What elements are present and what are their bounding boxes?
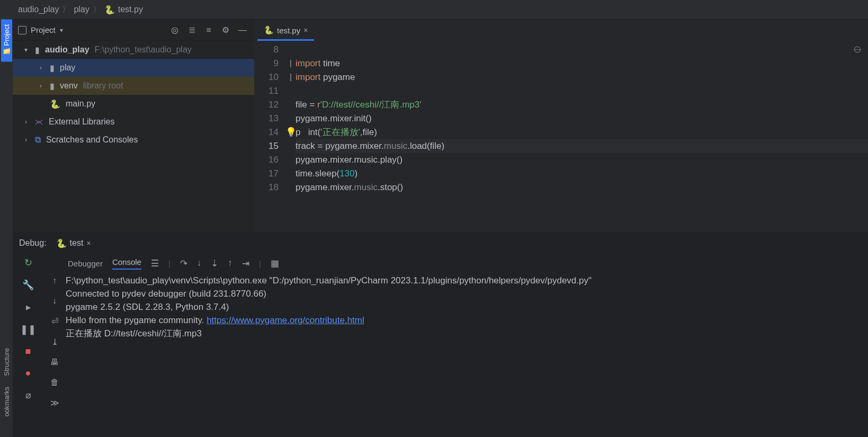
soft-wrap-icon[interactable]: ⏎	[51, 316, 58, 326]
python-file-icon: 🐍	[104, 5, 115, 15]
step-into-my-icon[interactable]: ⇣	[211, 258, 218, 269]
console-link[interactable]: https://www.pygame.org/contribute.html	[207, 315, 364, 325]
run-to-cursor-icon[interactable]: ⇥	[242, 258, 249, 269]
chevron-right-icon[interactable]: ›	[37, 64, 44, 72]
scroll-to-end-icon[interactable]: ⤓	[51, 337, 58, 347]
tree-label: Scratches and Consoles	[46, 135, 138, 145]
tree-note: library root	[83, 81, 123, 91]
fast-forward-icon[interactable]: ≫	[50, 398, 59, 408]
console-line: pygame 2.5.2 (SDL 2.28.3, Python 3.7.4)	[66, 300, 868, 314]
mute-breakpoints-icon[interactable]: ⌀	[25, 389, 31, 401]
tree-label: venv	[60, 81, 78, 91]
tree-external-libraries[interactable]: › ⩙ External Libraries	[13, 113, 254, 131]
breakpoints-icon[interactable]: ●	[25, 368, 31, 379]
project-icon	[18, 26, 26, 34]
editor-body[interactable]: ⦵ 891011121314 15161718 💡 import time im…	[254, 41, 868, 232]
project-header: Project ▾ ◎ ≣ ≡ ⚙ —	[13, 20, 254, 41]
inspections-icon[interactable]: ⦵	[853, 43, 862, 57]
project-sidebar: Project ▾ ◎ ≣ ≡ ⚙ — ▾ ▮ audio_play F:\py…	[13, 20, 254, 232]
console-line: F:\python_test\audio_play\venv\Scripts\p…	[66, 274, 868, 287]
debug-label: Debug:	[19, 238, 47, 248]
gutter[interactable]: 891011121314 15161718	[254, 41, 286, 232]
project-tool-tab[interactable]: 📁Project	[1, 19, 12, 61]
console-toolbar: ↑ ↓ ⏎ ⤓ 🖶 🗑 ≫	[43, 254, 66, 437]
tab-debugger[interactable]: Debugger	[68, 259, 103, 268]
up-icon[interactable]: ↑	[52, 276, 57, 286]
chevron-down-icon[interactable]: ▾	[60, 26, 63, 34]
debug-run-tab[interactable]: 🐍 test ×	[52, 235, 95, 252]
console-line: Connected to pydev debugger (build 231.8…	[66, 287, 868, 300]
tab-label: test.py	[277, 26, 300, 35]
libraries-icon: ⩙	[35, 117, 43, 127]
down-icon[interactable]: ↓	[52, 296, 57, 306]
chevron-right-icon: 〉	[62, 4, 70, 15]
debug-toolbar: ↻ 🔧 ▸ ❚❚ ■ ● ⌀	[13, 254, 43, 437]
debug-panel: Debug: 🐍 test × ↻ 🔧 ▸ ❚❚ ■ ● ⌀ ↑ ↓ ⏎ ⤓	[13, 232, 868, 437]
breadcrumb: audio_play 〉 play 〉 🐍 test.py	[0, 0, 868, 19]
debug-header: Debug: 🐍 test ×	[13, 233, 868, 254]
python-file-icon: 🐍	[264, 25, 274, 35]
breadcrumb-item[interactable]: play	[74, 5, 89, 14]
tree-label: audio_play	[45, 45, 90, 55]
folder-icon: ▮	[50, 63, 55, 73]
evaluate-icon[interactable]: ▦	[271, 258, 279, 269]
expand-all-icon[interactable]: ≣	[185, 24, 198, 37]
tree-label: External Libraries	[49, 117, 115, 127]
tree-folder-venv[interactable]: › ▮ venv library root	[13, 77, 254, 95]
chevron-down-icon[interactable]: ▾	[22, 46, 30, 53]
editor-tabs: 🐍 test.py ×	[254, 20, 868, 41]
bulb-icon[interactable]: 💡	[285, 126, 297, 139]
chevron-right-icon[interactable]: ›	[22, 136, 30, 144]
breadcrumb-item[interactable]: test.py	[118, 5, 143, 14]
wrench-icon[interactable]: 🔧	[22, 279, 34, 291]
python-file-icon: 🐍	[56, 238, 67, 248]
stop-icon[interactable]: ■	[25, 346, 31, 357]
step-into-icon[interactable]: ↓	[197, 258, 202, 269]
tree-path: F:\python_test\audio_play	[95, 45, 192, 55]
run-config-name: test	[70, 238, 84, 248]
step-over-icon[interactable]: ↷	[180, 258, 187, 269]
project-tree[interactable]: ▾ ▮ audio_play F:\python_test\audio_play…	[13, 41, 254, 232]
debug-tabs: Debugger Console ☰ | ↷ ↓ ⇣ ↑ ⇥ | ▦	[66, 254, 868, 273]
editor: 🐍 test.py × ⦵ 891011121314 15161718 💡	[254, 20, 868, 232]
close-icon[interactable]: ×	[303, 26, 308, 34]
tree-file-main[interactable]: 🐍 main.py	[13, 95, 254, 113]
close-icon[interactable]: ×	[86, 239, 91, 247]
console-line: 正在播放 D://test//ceshi//江南.mp3	[66, 327, 868, 340]
editor-tab-test[interactable]: 🐍 test.py ×	[257, 21, 314, 41]
threads-icon[interactable]: ☰	[151, 258, 159, 269]
resume-icon[interactable]: ▸	[26, 301, 31, 313]
console-line: Hello from the pygame community. https:/…	[66, 314, 868, 327]
tab-console[interactable]: Console	[112, 257, 141, 270]
tree-root[interactable]: ▾ ▮ audio_play F:\python_test\audio_play	[13, 41, 254, 59]
chevron-right-icon: 〉	[93, 4, 101, 15]
structure-tool-tab[interactable]: Structure	[3, 343, 11, 381]
gear-icon[interactable]: ⚙	[219, 24, 232, 37]
pause-icon[interactable]: ❚❚	[20, 324, 36, 335]
marks: 💡	[286, 41, 296, 232]
code-area[interactable]: import time import pygame file = r'D://t…	[296, 41, 868, 232]
tree-label: play	[60, 63, 75, 73]
tree-folder-play[interactable]: › ▮ play	[13, 59, 254, 77]
left-tool-rail: 📁Project Structure ookmarks	[0, 19, 13, 422]
hide-icon[interactable]: —	[236, 24, 249, 37]
bookmarks-tool-tab[interactable]: ookmarks	[3, 381, 11, 422]
tree-scratches[interactable]: › ⧉ Scratches and Consoles	[13, 131, 254, 149]
chevron-right-icon[interactable]: ›	[37, 82, 44, 90]
collapse-all-icon[interactable]: ≡	[202, 24, 215, 37]
rerun-icon[interactable]: ↻	[24, 257, 32, 269]
step-out-icon[interactable]: ↑	[228, 258, 232, 269]
chevron-right-icon[interactable]: ›	[22, 118, 30, 126]
folder-icon: ▮	[50, 81, 55, 91]
python-file-icon: 🐍	[50, 99, 60, 109]
console-output[interactable]: F:\python_test\audio_play\venv\Scripts\p…	[66, 273, 868, 437]
project-title: Project	[31, 25, 56, 34]
folder-icon: ▮	[35, 45, 40, 55]
breadcrumb-item[interactable]: audio_play	[18, 5, 59, 14]
select-opened-file-icon[interactable]: ◎	[168, 24, 181, 37]
scratches-icon: ⧉	[35, 135, 41, 145]
trash-icon[interactable]: 🗑	[50, 378, 59, 387]
print-icon[interactable]: 🖶	[50, 358, 59, 367]
tree-label: main.py	[66, 99, 95, 109]
